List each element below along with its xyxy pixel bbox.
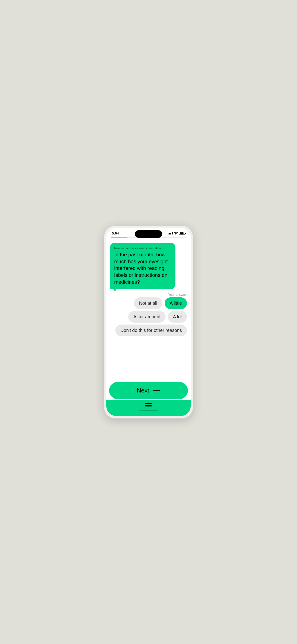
status-bar: 5:04 (106, 228, 191, 236)
option-not-at-all[interactable]: Not at all (134, 297, 162, 309)
next-button[interactable]: Next ⟶ (109, 382, 188, 399)
answer-row-2: A fair amount A lot (128, 311, 187, 323)
option-a-little[interactable]: A little (164, 297, 187, 309)
next-arrow-icon: ⟶ (153, 388, 160, 394)
status-time: 5:04 (112, 231, 119, 235)
phone-screen: 5:04 (106, 228, 191, 416)
signal-icon (168, 232, 173, 234)
progress-bar-fill (111, 238, 128, 238)
dynamic-island (135, 230, 162, 238)
chat-area: Reading and accessing information In the… (106, 240, 191, 380)
battery-icon (179, 232, 185, 235)
answer-options: Not at all A little A fair amount A lot … (110, 297, 187, 336)
status-icons (168, 232, 185, 235)
bottom-area: Next ⟶ (106, 380, 191, 416)
bot-bubble: Reading and accessing information In the… (110, 243, 176, 289)
phone-frame: 5:04 (104, 225, 194, 419)
wifi-icon (174, 232, 178, 235)
your-answer-label: Your answer (110, 293, 187, 296)
bot-bubble-text: In the past month, how much has your eye… (114, 251, 171, 286)
option-dont-do-this[interactable]: Don't do this for other reasons (115, 324, 187, 336)
page-wrapper: 5:04 (99, 215, 198, 429)
option-a-lot[interactable]: A lot (168, 311, 187, 323)
bot-bubble-category: Reading and accessing information (114, 246, 171, 250)
option-a-fair-amount[interactable]: A fair amount (128, 311, 166, 323)
hamburger-icon (145, 403, 152, 407)
menu-bar[interactable] (106, 400, 191, 416)
next-label: Next (137, 387, 149, 394)
answer-row-3: Don't do this for other reasons (115, 324, 187, 336)
bot-bubble-wrapper: Reading and accessing information In the… (110, 243, 187, 289)
home-indicator (139, 410, 158, 411)
answer-row-1: Not at all A little (134, 297, 187, 309)
answer-section: Your answer Not at all A little A fair a… (110, 293, 187, 336)
